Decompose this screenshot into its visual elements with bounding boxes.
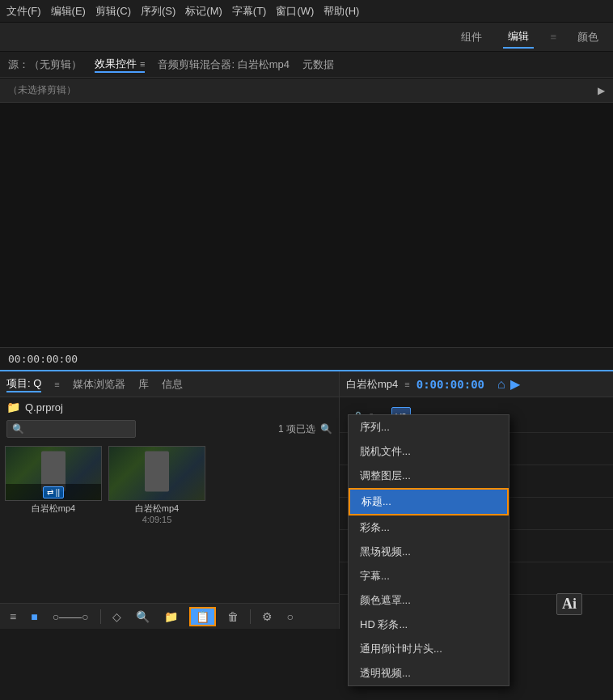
media-figure [145, 452, 169, 492]
toolbar-delete-icon[interactable]: 🗑 [224, 609, 242, 625]
tab-menu-icon[interactable]: ≡ [550, 31, 556, 43]
menu-subtitle[interactable]: 字幕(T) [232, 4, 267, 19]
search-row: 🔍 1 项已选 🔍 [0, 417, 339, 441]
context-menu-adjustment-layer[interactable]: 调整图层... [349, 464, 509, 488]
header-tabs: 组件 编辑 ≡ 颜色 [0, 23, 613, 52]
media-label-2: 白岩松mp4 [135, 503, 179, 515]
menu-window[interactable]: 窗口(W) [276, 4, 314, 19]
media-thumb: ⇄ || [5, 446, 102, 501]
media-grid: ⇄ || 白岩松mp4 白岩松mp4 4:09:15 [0, 441, 339, 603]
toolbar-separator [100, 609, 101, 624]
ptab-project[interactable]: 项目: Q [6, 376, 41, 392]
ptab-library[interactable]: 库 [138, 377, 149, 392]
search-icon: 🔍 [12, 423, 24, 435]
project-menu-icon[interactable]: ≡ [54, 380, 59, 389]
project-panel: 项目: Q ≡ 媒体浏览器 库 信息 📁 Q.prproj 🔍 1 项已选 🔍 [0, 371, 340, 629]
timecode-display: 00:00:00:00 [8, 353, 78, 365]
tab-color[interactable]: 颜色 [573, 27, 603, 48]
menu-marker[interactable]: 标记(M) [185, 4, 222, 19]
preview-area: （未选择剪辑） ▶ 00:00:00:00 [0, 78, 613, 370]
media-item[interactable]: ⇄ || 白岩松mp4 [5, 446, 102, 598]
menu-sequence[interactable]: 序列(S) [141, 4, 175, 19]
media-item[interactable]: 白岩松mp4 4:09:15 [108, 446, 205, 598]
menu-file[interactable]: 文件(F) [6, 4, 41, 19]
media-thumb-inner [109, 447, 205, 500]
etab-source[interactable]: 源：（无剪辑） [8, 57, 82, 72]
toolbar-search-icon[interactable]: 🔍 [133, 609, 153, 625]
timeline-timecode: 0:00:00:00 [416, 378, 484, 391]
context-menu-title[interactable]: 标题... [349, 488, 509, 515]
context-menu-sequence[interactable]: 序列... [349, 415, 509, 439]
timeline-menu-icon[interactable]: ≡ [404, 380, 409, 389]
toolbar-separator-2 [250, 609, 251, 624]
toolbar-slider-icon[interactable]: ○——○ [49, 609, 92, 625]
search-box[interactable]: 🔍 [6, 420, 136, 438]
ai-label: Ai [556, 593, 582, 615]
context-menu-bars[interactable]: 彩条... [349, 515, 509, 540]
context-menu-caption[interactable]: 字幕... [349, 564, 509, 588]
toolbar-new-item-icon[interactable]: 📋 [189, 607, 216, 626]
tab-edit[interactable]: 编辑 [503, 26, 534, 49]
context-menu-transparent-video[interactable]: 透明视频... [349, 661, 509, 685]
media-duration-2: 4:09:15 [142, 515, 172, 524]
context-menu-offline-file[interactable]: 脱机文件... [349, 439, 509, 464]
toolbar-grid-icon[interactable]: ■ [27, 609, 40, 625]
ptab-info[interactable]: 信息 [162, 377, 183, 392]
timeline-header: 白岩松mp4 ≡ 0:00:00:00 ⌂ ▶ [340, 371, 613, 397]
folder-icon: 📁 [6, 401, 20, 414]
tab-assembly[interactable]: 组件 [456, 27, 487, 48]
search-filter-icon[interactable]: 🔍 [320, 423, 332, 435]
toolbar-new-bin-icon[interactable]: 📁 [161, 609, 181, 625]
etab-effect-control[interactable]: 效果控件 ≡ [95, 57, 145, 73]
toolbar-automate-icon[interactable]: ◇ [109, 609, 125, 625]
media-label-1: 白岩松mp4 [32, 503, 75, 515]
bottom-panel: 项目: Q ≡ 媒体浏览器 库 信息 📁 Q.prproj 🔍 1 项已选 🔍 [0, 370, 613, 629]
toolbar-list-icon[interactable]: ≡ [6, 609, 19, 625]
effect-control-menu-icon[interactable]: ≡ [140, 59, 145, 69]
preview-timecode: 00:00:00:00 [0, 347, 613, 370]
etab-metadata[interactable]: 元数据 [302, 57, 334, 72]
context-menu: 序列... 脱机文件... 调整图层... 标题... 彩条... 黑场视频..… [348, 414, 509, 686]
effect-tabs: 源：（无剪辑） 效果控件 ≡ 音频剪辑混合器: 白岩松mp4 元数据 [0, 52, 613, 78]
project-title-row: 📁 Q.prproj [0, 397, 339, 417]
context-menu-color-matte[interactable]: 颜色遮罩... [349, 588, 509, 613]
no-clip-label: （未选择剪辑） [8, 83, 76, 97]
menu-help[interactable]: 帮助(H) [323, 4, 359, 19]
project-tabs: 项目: Q ≡ 媒体浏览器 库 信息 [0, 371, 339, 397]
ptab-media-browser[interactable]: 媒体浏览器 [73, 377, 125, 392]
context-menu-hd-bars[interactable]: HD 彩条... [349, 613, 509, 637]
menu-edit[interactable]: 编辑(E) [51, 4, 86, 19]
search-results: 1 项已选 [278, 422, 315, 436]
toolbar-settings-icon[interactable]: ⚙ [259, 609, 276, 625]
media-badge: ⇄ || [43, 486, 64, 498]
bottom-toolbar: ≡ ■ ○——○ ◇ 🔍 📁 📋 🗑 ⚙ ○ [0, 603, 339, 629]
preview-top-bar: （未选择剪辑） ▶ [0, 78, 613, 103]
timeline-controls: ⌂ ▶ [497, 376, 520, 392]
toolbar-extra-icon[interactable]: ○ [284, 609, 297, 625]
context-menu-countdown[interactable]: 通用倒计时片头... [349, 637, 509, 661]
preview-content [0, 103, 613, 347]
media-thumb [108, 446, 205, 501]
preview-arrow-right[interactable]: ▶ [598, 85, 605, 96]
project-title: Q.prproj [25, 401, 63, 414]
timeline-play-icon[interactable]: ▶ [510, 376, 520, 392]
menu-clip[interactable]: 剪辑(C) [95, 4, 131, 19]
timeline-playhead-icon[interactable]: ⌂ [497, 377, 505, 392]
timeline-title: 白岩松mp4 [346, 377, 398, 392]
media-thumb-inner: ⇄ || [6, 447, 101, 500]
effect-panel: 源：（无剪辑） 效果控件 ≡ 音频剪辑混合器: 白岩松mp4 元数据 [0, 52, 613, 78]
menu-bar: 文件(F) 编辑(E) 剪辑(C) 序列(S) 标记(M) 字幕(T) 窗口(W… [0, 0, 613, 23]
context-menu-black-video[interactable]: 黑场视频... [349, 540, 509, 564]
etab-audio-mixer[interactable]: 音频剪辑混合器: 白岩松mp4 [158, 57, 290, 72]
